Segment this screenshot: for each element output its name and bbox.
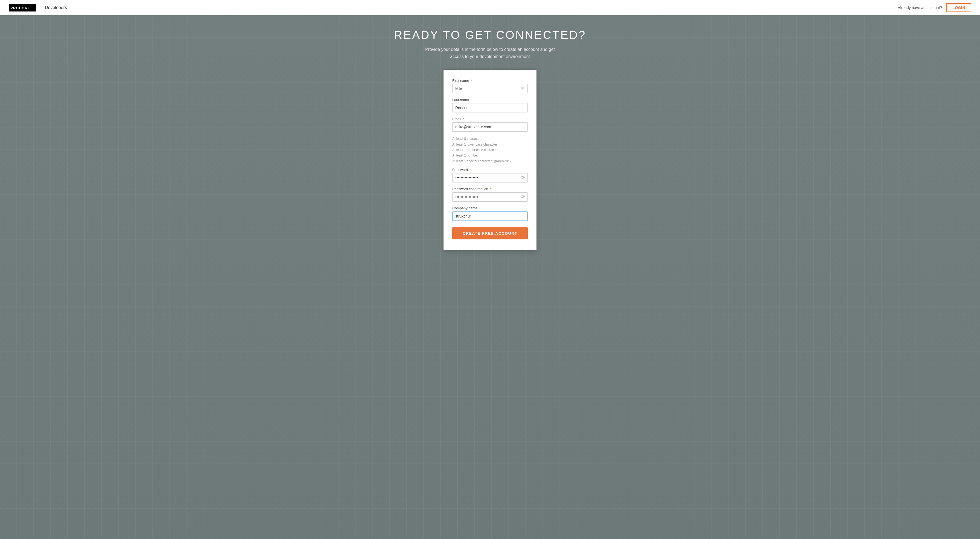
hero-title: READY TO GET CONNECTED? bbox=[394, 29, 586, 41]
svg-point-7 bbox=[522, 196, 523, 198]
password-input[interactable] bbox=[452, 173, 528, 182]
developers-label: Developers bbox=[45, 5, 67, 10]
create-account-button[interactable]: CREATE FREE ACCOUNT bbox=[452, 227, 528, 239]
required-star-5: * bbox=[489, 187, 492, 191]
password-confirm-label: Password confirmation * bbox=[452, 187, 528, 191]
password-group: Password * bbox=[452, 168, 528, 182]
first-name-group: First name * bbox=[452, 78, 528, 93]
password-confirm-input-wrapper bbox=[452, 192, 528, 202]
email-label: Email * bbox=[452, 117, 528, 121]
hero-content: READY TO GET CONNECTED? Provide your det… bbox=[0, 29, 980, 250]
email-group: Email * bbox=[452, 117, 528, 132]
password-input-wrapper bbox=[452, 173, 528, 182]
autofill-icon bbox=[520, 86, 525, 91]
brand: PROCORE Developers bbox=[9, 4, 67, 11]
password-toggle-icon[interactable] bbox=[520, 175, 525, 180]
last-name-group: Last name * bbox=[452, 98, 528, 112]
last-name-label: Last name * bbox=[452, 98, 528, 102]
svg-point-6 bbox=[522, 177, 523, 179]
hero-subtitle: Provide your details in the form below t… bbox=[419, 46, 561, 60]
required-star-3: * bbox=[462, 117, 464, 121]
first-name-label: First name * bbox=[452, 78, 528, 83]
company-group: Company name bbox=[452, 206, 528, 221]
password-confirm-toggle-icon[interactable] bbox=[520, 195, 525, 199]
svg-text:PROCORE: PROCORE bbox=[10, 6, 30, 10]
navbar-right: Already have an account? LOGIN bbox=[898, 3, 971, 12]
required-star-4: * bbox=[468, 168, 471, 172]
first-name-input[interactable] bbox=[452, 84, 528, 93]
email-input[interactable] bbox=[452, 122, 528, 132]
required-star-2: * bbox=[469, 98, 472, 102]
registration-form-card: First name * bbox=[444, 70, 536, 250]
already-text: Already have an account? bbox=[898, 5, 942, 10]
procore-logo: PROCORE Developers bbox=[9, 4, 67, 11]
required-star: * bbox=[469, 78, 472, 83]
password-label: Password * bbox=[452, 168, 528, 172]
procore-logo-svg: PROCORE bbox=[9, 4, 41, 11]
password-hints: At least 8 characters At least 1 lower c… bbox=[452, 136, 528, 164]
password-confirm-input[interactable] bbox=[452, 192, 528, 202]
company-label: Company name bbox=[452, 206, 528, 210]
login-button[interactable]: LOGIN bbox=[947, 3, 971, 12]
navbar: PROCORE Developers Already have an accou… bbox=[0, 0, 980, 15]
hero-section: READY TO GET CONNECTED? Provide your det… bbox=[0, 15, 980, 539]
company-input[interactable] bbox=[452, 212, 528, 221]
first-name-input-wrapper bbox=[452, 84, 528, 93]
password-confirm-group: Password confirmation * bbox=[452, 187, 528, 202]
last-name-input[interactable] bbox=[452, 103, 528, 112]
